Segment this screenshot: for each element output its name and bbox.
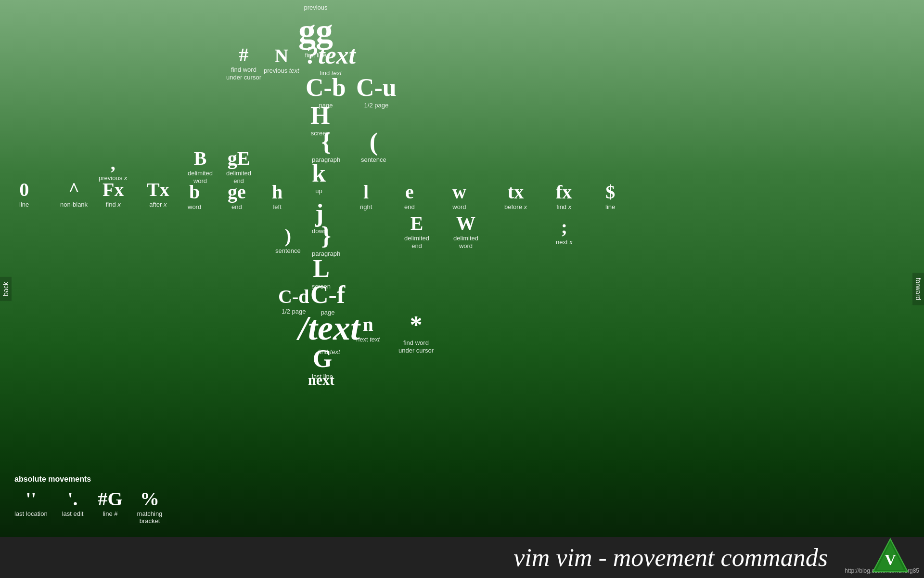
cmd-caret-key: ^	[60, 178, 88, 201]
cmd-comma-key: ,	[99, 152, 127, 174]
cmd-percent-desc: matchingbracket	[137, 510, 163, 525]
cmd-curly-close-key: }	[312, 222, 340, 250]
cmd-cf-key: C-f	[310, 280, 345, 309]
cmd-tx: tx before x	[504, 181, 527, 211]
vim-word: vim	[513, 544, 550, 571]
cmd-hashG-desc: line #	[98, 510, 122, 518]
cmd-fx-desc: find x	[556, 203, 572, 211]
cmd-l-key: l	[360, 181, 372, 203]
cmd-hash-desc: find wordunder cursor	[226, 66, 261, 81]
cmd-l: l right	[360, 181, 372, 211]
cmd-k-key: k	[312, 159, 326, 187]
cmd-W-desc: delimitedword	[453, 235, 478, 250]
svg-text:V: V	[885, 551, 896, 568]
cmd-Tx: Tx after x	[147, 178, 169, 209]
cmd-Fx-desc: find x	[103, 201, 124, 209]
cmd-n-desc: next text	[356, 336, 380, 343]
cmd-cu-key: C-u	[356, 73, 397, 102]
cmd-e-key: e	[404, 181, 415, 203]
cmd-hash-key: #	[226, 43, 261, 66]
cmd-h-desc: left	[272, 203, 282, 211]
cmd-percent: % matchingbracket	[137, 487, 163, 525]
abs-movements-section: absolute movements '' last location '. l…	[14, 475, 162, 525]
cmd-slash-text-key: /text	[298, 308, 360, 348]
cmd-k-desc: up	[312, 187, 326, 195]
cmd-Fx-key: Fx	[103, 178, 124, 201]
cmd-quote-quote: '' last location	[14, 487, 48, 518]
cmd-fx-key: fx	[556, 181, 572, 203]
back-label: back	[0, 277, 12, 301]
cmd-cd-key: C-d	[278, 285, 309, 308]
cmd-B: B delimitedword	[188, 147, 213, 184]
cmd-l-desc: right	[360, 203, 372, 211]
cmd-N-key: N	[264, 44, 299, 67]
cmd-qtext-key: ?text	[306, 41, 356, 69]
cmd-cu: C-u 1/2 page	[356, 73, 397, 109]
cmd-semicolon-desc: next x	[556, 238, 573, 246]
cmd-W: W delimitedword	[453, 212, 478, 250]
cmd-N: N previous text	[264, 44, 299, 75]
cmd-hashG: #G line #	[98, 487, 122, 518]
cmd-paren-close-desc: sentence	[275, 247, 301, 255]
cmd-percent-key: %	[137, 487, 163, 510]
cmd-tx-key: tx	[504, 181, 527, 203]
cmd-caret-desc: non-blank	[60, 201, 88, 209]
cmd-E-key: E	[404, 212, 429, 235]
cmd-paren-close-key: )	[275, 224, 301, 247]
cmd-cb-key: C-b	[306, 73, 346, 102]
cmd-e: e end	[404, 181, 415, 211]
cmd-caret: ^ non-blank	[60, 178, 88, 209]
cmd-semicolon: ; next x	[556, 216, 573, 246]
cmd-next: next	[308, 372, 334, 388]
cmd-qq-desc: last location	[14, 510, 48, 518]
cmd-paren-open: ( sentence	[361, 128, 386, 164]
cmd-paren-open-desc: sentence	[361, 156, 386, 164]
cmd-L-key: L	[312, 254, 331, 283]
cmd-qdot-desc: last edit	[62, 510, 84, 518]
cmd-zero-key: 0	[19, 178, 29, 201]
cmd-gE: gE delimitedend	[226, 147, 251, 184]
cmd-Tx-key: Tx	[147, 178, 169, 201]
cmd-curly-open-key: {	[312, 128, 340, 156]
cmd-quote-dot: '. last edit	[62, 487, 84, 518]
cmd-w: w word	[452, 181, 466, 211]
cmd-dollar-desc: line	[605, 203, 615, 211]
cmd-tx-desc: before x	[504, 203, 527, 211]
cmd-cu-desc: 1/2 page	[356, 102, 397, 109]
abs-movements-row: '' last location '. last edit #G line # …	[14, 487, 162, 525]
cmd-n: n next text	[356, 313, 380, 343]
cmd-hashG-key: #G	[98, 487, 122, 510]
cmd-dollar: $ line	[605, 181, 615, 211]
bottom-bar: vim vim - movement commands http://blog.…	[0, 537, 924, 578]
cmd-semicolon-key: ;	[556, 216, 573, 238]
cmd-gg-toplabel: previous	[298, 4, 333, 12]
cmd-next-key: next	[308, 372, 334, 388]
cmd-n-key: n	[356, 313, 380, 336]
cmd-b: b word	[188, 181, 201, 211]
cmd-h: h left	[272, 181, 282, 211]
cmd-k: k up	[312, 159, 326, 195]
cmd-E: E delimitedend	[404, 212, 429, 250]
cmd-paren-close: ) sentence	[275, 224, 301, 255]
cmd-Tx-desc: after x	[147, 201, 169, 209]
forward-label: forward	[912, 273, 924, 305]
cmd-paren-open-key: (	[361, 128, 386, 156]
bottom-title: vim vim - movement commands	[513, 543, 828, 572]
cmd-ge-desc: end	[228, 203, 246, 211]
cmd-fx: fx find x	[556, 181, 572, 211]
cmd-gE-key: gE	[226, 147, 251, 170]
abs-movements-title: absolute movements	[14, 475, 162, 484]
cmd-N-desc: previous text	[264, 67, 299, 75]
cmd-b-key: b	[188, 181, 201, 203]
cmd-w-key: w	[452, 181, 466, 203]
cmd-asterisk-key: *	[398, 311, 434, 339]
cmd-dollar-key: $	[605, 181, 615, 203]
cmd-qdot-key: '.	[62, 487, 84, 510]
cmd-ge: ge end	[228, 181, 246, 211]
vim-logo: V	[871, 537, 910, 576]
main-container: back forward previous gg first line # fi…	[0, 0, 924, 578]
title-text: vim - movement commands	[556, 544, 828, 571]
cmd-W-key: W	[453, 212, 478, 235]
cmd-curly-close: } paragraph	[312, 222, 340, 258]
cmd-G-key: G	[312, 344, 333, 373]
